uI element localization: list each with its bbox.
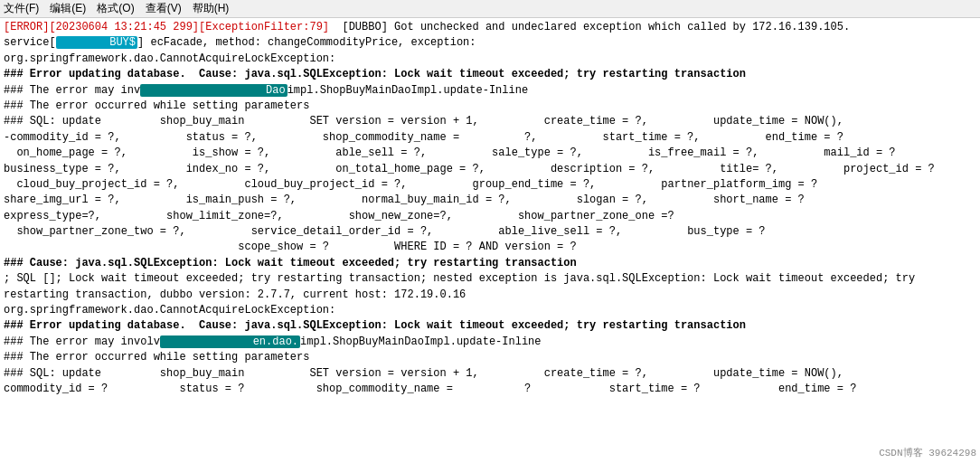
menu-bar: 文件(F) 编辑(E) 格式(O) 查看(V) 帮助(H) [0, 0, 980, 18]
log-line: ; SQL []; Lock wait timeout exceeded; tr… [4, 271, 976, 287]
log-line: ### Error updating database. Cause: java… [4, 67, 976, 82]
menu-file[interactable]: 文件(F) [4, 1, 39, 16]
log-line: ### The error may inv Daoimpl.ShopBuyMai… [4, 83, 976, 99]
log-line: scope_show = ? WHERE ID = ? AND version … [4, 240, 976, 255]
log-line: share_img_url = ?, is_main_push = ?, nor… [4, 193, 976, 208]
log-line: express_type=?, show_limit_zone=?, show_… [4, 209, 976, 224]
log-line: org.springframework.dao.CannotAcquireLoc… [4, 303, 976, 318]
watermark: CSDN博客 39624298 [879, 446, 976, 459]
menu-edit[interactable]: 编辑(E) [50, 1, 86, 16]
log-line: ### Cause: java.sql.SQLException: Lock w… [4, 256, 976, 271]
log-line: service[ BUY$] ecFacade, method: changeC… [4, 35, 976, 51]
log-line: ### The error may involv en.dao.impl.Sho… [4, 335, 976, 350]
log-line: on_home_page = ?, is_show = ?, able_sell… [4, 146, 976, 161]
log-line: cloud_buy_project_id = ?, cloud_buy_proj… [4, 177, 976, 193]
log-line: ### Error updating database. Cause: java… [4, 318, 976, 334]
log-line: -commodity_id = ?, status = ?, shop_comm… [4, 130, 976, 146]
log-line: ### SQL: update shop_buy_main SET versio… [4, 114, 976, 129]
menu-format[interactable]: 格式(O) [97, 1, 134, 16]
log-line: ### The error occurred while setting par… [4, 99, 976, 114]
log-line: show_partner_zone_two = ?, service_detai… [4, 224, 976, 240]
log-line: org.springframework.dao.CannotAcquireLoc… [4, 52, 976, 67]
log-line: restarting transaction, dubbo version: 2… [4, 288, 976, 303]
menu-help[interactable]: 帮助(H) [193, 1, 230, 16]
log-content: [ERROR][20230604 13:21:45 299][Exception… [0, 18, 980, 463]
log-line: ### The error occurred while setting par… [4, 350, 976, 365]
log-line: ### SQL: update shop_buy_main SET versio… [4, 366, 976, 382]
log-line: commodity_id = ? status = ? shop_commodi… [4, 382, 976, 397]
log-line: business_type = ?, index_no = ?, on_tota… [4, 162, 976, 177]
menu-view[interactable]: 查看(V) [146, 1, 182, 16]
log-line: [ERROR][20230604 13:21:45 299][Exception… [4, 20, 976, 35]
